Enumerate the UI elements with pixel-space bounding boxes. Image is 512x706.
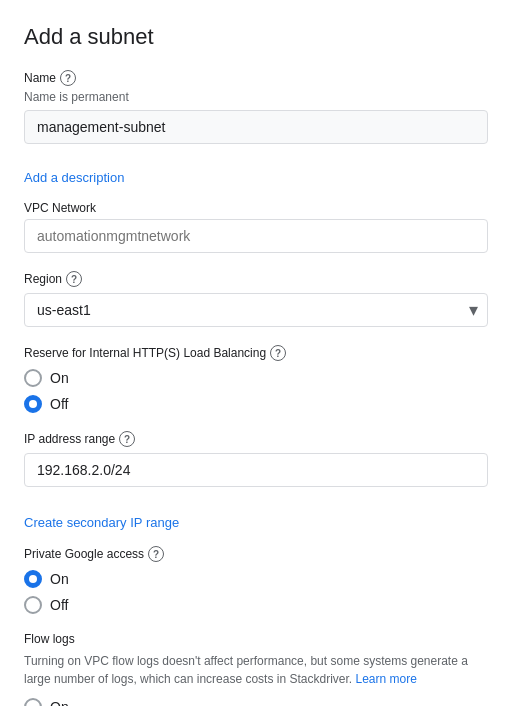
flow-logs-radio-group: On Off: [24, 698, 488, 706]
region-select-wrapper: us-east1 ▾: [24, 293, 488, 327]
name-input[interactable]: [24, 110, 488, 144]
flow-logs-on-label: On: [50, 699, 69, 706]
private-google-access-on-option[interactable]: On: [24, 570, 488, 588]
flow-logs-description: Turning on VPC flow logs doesn't affect …: [24, 652, 488, 688]
vpc-network-section: VPC Network: [24, 201, 488, 253]
flow-logs-on-option[interactable]: On: [24, 698, 488, 706]
load-balancing-radio-group: On Off: [24, 369, 488, 413]
ip-address-range-label: IP address range ?: [24, 431, 488, 447]
private-google-access-on-radio[interactable]: [24, 570, 42, 588]
page-title: Add a subnet: [24, 24, 488, 50]
region-section: Region ? us-east1 ▾: [24, 271, 488, 327]
load-balancing-label: Reserve for Internal HTTP(S) Load Balanc…: [24, 345, 488, 361]
region-label: Region ?: [24, 271, 488, 287]
flow-logs-section: Flow logs Turning on VPC flow logs doesn…: [24, 632, 488, 706]
private-google-access-off-radio[interactable]: [24, 596, 42, 614]
flow-logs-on-radio[interactable]: [24, 698, 42, 706]
load-balancing-off-option[interactable]: Off: [24, 395, 488, 413]
create-secondary-ip-range-link[interactable]: Create secondary IP range: [24, 515, 179, 530]
vpc-network-label: VPC Network: [24, 201, 488, 215]
learn-more-link[interactable]: Learn more: [356, 672, 417, 686]
name-hint: Name is permanent: [24, 90, 488, 104]
load-balancing-on-label: On: [50, 370, 69, 386]
private-google-access-section: Private Google access ? On Off: [24, 546, 488, 614]
private-google-access-off-option[interactable]: Off: [24, 596, 488, 614]
region-select[interactable]: us-east1: [24, 293, 488, 327]
load-balancing-section: Reserve for Internal HTTP(S) Load Balanc…: [24, 345, 488, 413]
ip-address-range-section: IP address range ?: [24, 431, 488, 487]
add-description-link[interactable]: Add a description: [24, 170, 124, 185]
load-balancing-on-option[interactable]: On: [24, 369, 488, 387]
load-balancing-off-label: Off: [50, 396, 68, 412]
region-help-icon[interactable]: ?: [66, 271, 82, 287]
name-section: Name ? Name is permanent: [24, 70, 488, 144]
name-label: Name ?: [24, 70, 488, 86]
load-balancing-help-icon[interactable]: ?: [270, 345, 286, 361]
private-google-access-radio-group: On Off: [24, 570, 488, 614]
private-google-access-help-icon[interactable]: ?: [148, 546, 164, 562]
ip-address-help-icon[interactable]: ?: [119, 431, 135, 447]
load-balancing-on-radio[interactable]: [24, 369, 42, 387]
private-google-access-on-label: On: [50, 571, 69, 587]
flow-logs-label: Flow logs: [24, 632, 488, 646]
private-google-access-off-label: Off: [50, 597, 68, 613]
name-help-icon[interactable]: ?: [60, 70, 76, 86]
load-balancing-off-radio[interactable]: [24, 395, 42, 413]
vpc-network-input[interactable]: [24, 219, 488, 253]
private-google-access-label: Private Google access ?: [24, 546, 488, 562]
ip-address-range-input[interactable]: [24, 453, 488, 487]
